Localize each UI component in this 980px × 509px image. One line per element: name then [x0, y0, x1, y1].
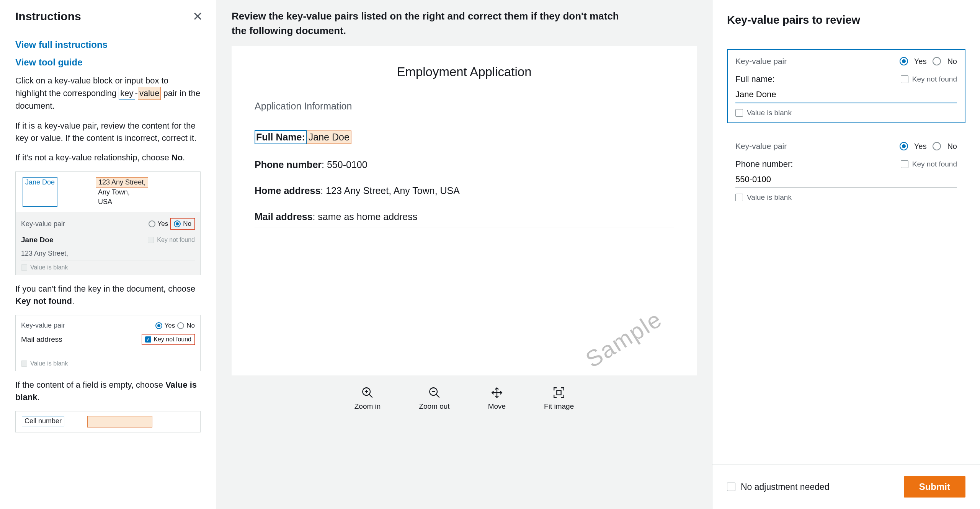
- knf-checkbox-fullname[interactable]: [901, 75, 908, 83]
- kv-key-phone: Phone number:: [735, 159, 793, 169]
- document-section-heading: Application Information: [255, 101, 674, 112]
- move-icon: [490, 386, 503, 399]
- highlighted-value: Jane Doe: [307, 131, 351, 144]
- key-highlight-example: key: [119, 87, 135, 100]
- example2-blank-checkbox: [21, 361, 27, 367]
- example-radio-no: [174, 220, 181, 227]
- kvp-label: Key-value pair: [735, 57, 787, 66]
- svg-rect-9: [557, 391, 561, 395]
- document-row-mail-address[interactable]: Mail address: same as home address: [255, 207, 674, 227]
- review-panel-body: Key-value pair Yes No Full name: Key not…: [712, 38, 980, 464]
- value-input-phone[interactable]: [735, 172, 957, 188]
- example2-knf-checkbox: [145, 336, 151, 343]
- fit-image-button[interactable]: Fit image: [544, 386, 574, 411]
- submit-button[interactable]: Submit: [904, 476, 965, 498]
- document-frame[interactable]: Employment Application Application Infor…: [232, 46, 697, 375]
- view-full-instructions-link[interactable]: View full instructions: [15, 39, 201, 50]
- value-highlight-example: value: [138, 87, 161, 100]
- highlighted-key: Full Name:: [255, 130, 307, 144]
- kv-card-phone[interactable]: Key-value pair Yes No Phone number: Key …: [727, 134, 965, 208]
- document-panel: Review the key-value pairs listed on the…: [216, 0, 712, 509]
- example-radio-yes: [149, 220, 155, 227]
- instructions-body[interactable]: View full instructions View tool guide C…: [0, 33, 216, 509]
- no-adjustment-label: No adjustment needed: [741, 482, 829, 492]
- instructions-panel: Instructions ✕ View full instructions Vi…: [0, 0, 216, 509]
- example2-knf-highlight: Key not found: [142, 334, 195, 345]
- example2-radio-no: [177, 322, 184, 329]
- knf-checkbox-phone[interactable]: [901, 160, 908, 168]
- image-toolbar: Zoom in Zoom out Move Fit image: [232, 375, 697, 418]
- blank-checkbox-fullname[interactable]: [735, 109, 743, 117]
- example-card-2: Key-value pair Yes No Mail address Key n…: [15, 315, 201, 371]
- svg-line-5: [436, 395, 439, 398]
- review-header: Review the key-value pairs listed on the…: [232, 9, 630, 38]
- example-knf-checkbox: [148, 237, 154, 243]
- radio-no-phone[interactable]: [933, 142, 941, 150]
- instruction-paragraph-3: If it's not a key-value relationship, ch…: [15, 152, 201, 164]
- instruction-paragraph-2: If it is a key-value pair, review the co…: [15, 120, 201, 144]
- document-row-home-address[interactable]: Home address: 123 Any Street, Any Town, …: [255, 181, 674, 201]
- zoom-in-button[interactable]: Zoom in: [354, 386, 381, 411]
- close-icon[interactable]: ✕: [193, 10, 203, 23]
- review-panel: Key-value pairs to review Key-value pair…: [712, 0, 980, 509]
- sample-watermark: Sample: [581, 306, 666, 373]
- kvp-label: Key-value pair: [735, 142, 787, 151]
- instruction-paragraph-1: Click on a key-value block or input box …: [15, 75, 201, 112]
- review-panel-title: Key-value pairs to review: [712, 0, 980, 38]
- move-button[interactable]: Move: [488, 386, 506, 411]
- example-blank-checkbox: [21, 264, 27, 271]
- document-row-phone[interactable]: Phone number: 550-0100: [255, 155, 674, 175]
- example-card-1: Jane Doe 123 Any Street, Any Town, USA K…: [15, 171, 201, 275]
- example2-radio-yes: [155, 322, 162, 329]
- instructions-header: Instructions ✕: [0, 0, 216, 33]
- zoom-out-button[interactable]: Zoom out: [419, 386, 449, 411]
- example-name-box: Jane Doe: [23, 177, 57, 207]
- review-footer: No adjustment needed Submit: [712, 464, 980, 509]
- value-input-fullname[interactable]: [735, 87, 957, 103]
- no-adjustment-checkbox[interactable]: [727, 483, 735, 491]
- radio-yes-phone[interactable]: [900, 142, 908, 150]
- svg-line-1: [369, 395, 372, 398]
- instructions-title: Instructions: [15, 10, 81, 23]
- document-title: Employment Application: [255, 65, 674, 79]
- radio-yes-fullname[interactable]: [900, 57, 908, 65]
- document-row-fullname[interactable]: Full Name:Jane Doe: [255, 126, 674, 149]
- kv-card-fullname[interactable]: Key-value pair Yes No Full name: Key not…: [727, 49, 965, 123]
- radio-no-fullname[interactable]: [933, 57, 941, 65]
- example3-blank-value: [87, 416, 152, 427]
- example-card-3: Cell number: [15, 411, 201, 432]
- view-tool-guide-link[interactable]: View tool guide: [15, 57, 201, 68]
- example-radio-no-highlight: No: [170, 218, 195, 230]
- blank-checkbox-phone[interactable]: [735, 194, 743, 201]
- instruction-paragraph-5: If the content of a field is empty, choo…: [15, 379, 201, 403]
- fit-image-icon: [552, 386, 565, 399]
- zoom-out-icon: [428, 386, 441, 399]
- kv-key-fullname: Full name:: [735, 74, 775, 84]
- instruction-paragraph-4: If you can't find the key in the documen…: [15, 283, 201, 307]
- zoom-in-icon: [361, 386, 374, 399]
